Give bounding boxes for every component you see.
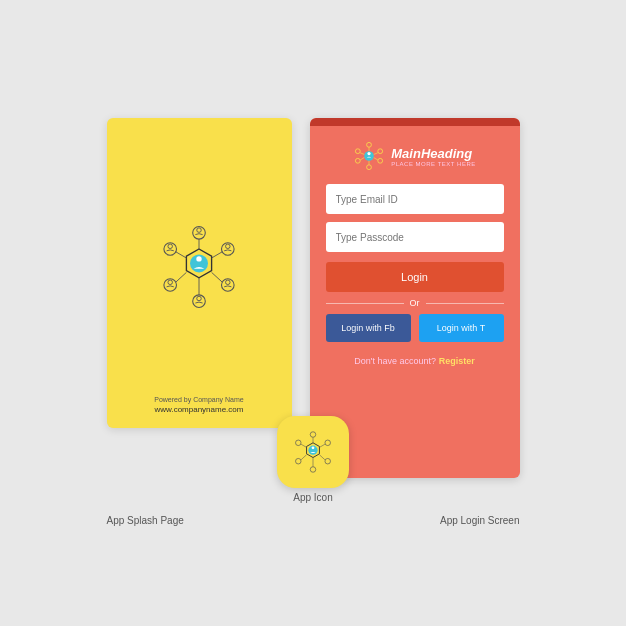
svg-line-14 [212,252,223,258]
svg-point-3 [193,227,206,240]
svg-point-33 [367,165,372,170]
svg-point-37 [312,446,315,449]
or-line-left [326,303,404,304]
login-top-bar [310,118,520,126]
main-heading: MainHeading [391,146,475,161]
app-icon [277,416,349,488]
sub-heading: Place more text here [391,161,475,167]
svg-point-10 [168,244,173,249]
or-text: Or [410,298,420,308]
splash-page: Powered by Company Name www.companyname.… [107,118,292,428]
or-line-right [426,303,504,304]
svg-point-7 [197,296,202,301]
login-twitter-button[interactable]: Login with T [419,314,504,342]
login-header-text: MainHeading Place more text here [391,146,475,167]
svg-point-42 [296,440,302,446]
svg-line-26 [360,153,364,155]
bottom-labels: App Splash Page App Login Screen [107,515,520,526]
svg-point-25 [356,149,361,154]
svg-point-46 [296,458,302,464]
svg-point-29 [378,149,383,154]
svg-line-43 [301,444,307,447]
login-header: MainHeading Place more text here [353,140,475,172]
powered-by-text: Powered by Company Name [154,396,244,403]
svg-point-19 [226,280,231,285]
website-text: www.companyname.com [154,405,244,414]
login-header-icon [353,140,385,172]
register-link[interactable]: Register [439,356,475,366]
email-input[interactable] [326,184,504,214]
svg-point-31 [378,158,383,163]
svg-line-32 [374,158,378,160]
app-icon-label: App Icon [293,492,332,503]
svg-point-48 [325,458,331,464]
network-icon [154,222,244,312]
or-divider: Or [310,298,520,308]
svg-point-44 [325,440,331,446]
login-form: Login [310,184,520,292]
svg-line-17 [176,272,187,282]
app-icon-svg [290,429,336,475]
login-fb-button[interactable]: Login with Fb [326,314,411,342]
svg-line-20 [212,272,223,282]
splash-footer: Powered by Company Name www.companyname.… [154,396,244,414]
svg-point-23 [367,142,372,147]
svg-point-40 [310,467,316,473]
svg-line-28 [360,158,364,160]
svg-point-22 [368,152,371,155]
svg-line-11 [176,252,187,258]
social-buttons: Login with Fb Login with T [310,314,520,342]
splash-label: App Splash Page [107,515,184,526]
svg-point-16 [168,280,173,285]
login-label: App Login Screen [440,515,520,526]
app-icon-wrap: App Icon [277,416,349,503]
svg-point-4 [197,228,202,233]
svg-point-27 [356,158,361,163]
register-row: Don't have account? Register [354,356,474,366]
svg-line-30 [374,153,378,155]
svg-point-13 [226,244,231,249]
svg-line-47 [301,455,307,460]
svg-point-38 [310,432,316,438]
svg-point-6 [193,295,206,308]
svg-line-49 [319,455,325,460]
login-button[interactable]: Login [326,262,504,292]
no-account-text: Don't have account? [354,356,436,366]
svg-line-45 [319,444,325,447]
splash-icon-area [154,138,244,396]
svg-point-2 [196,256,201,261]
passcode-input[interactable] [326,222,504,252]
